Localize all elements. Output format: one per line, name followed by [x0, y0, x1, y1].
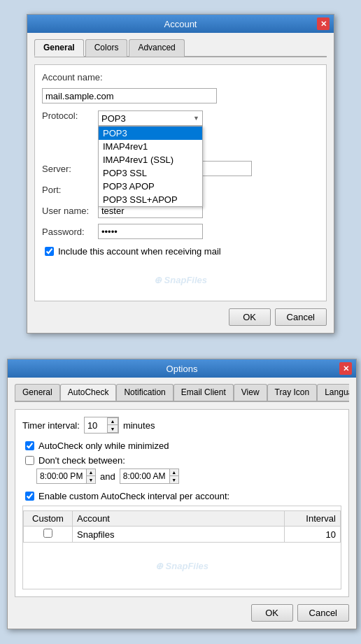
protocol-select[interactable]: POP3 ▼ [98, 110, 203, 126]
row-custom [24, 527, 73, 543]
dont-check-label: Don't check between: [38, 455, 125, 466]
between-row: ▲ ▼ and ▲ ▼ [36, 468, 341, 484]
options-tab-notification[interactable]: Notification [116, 384, 173, 401]
protocol-selected-value: POP3 [101, 113, 193, 124]
timer-label: Timer interval: [22, 420, 80, 431]
options-tab-language[interactable]: Language [317, 384, 349, 401]
password-group: Password: [42, 224, 319, 239]
tab-colors[interactable]: Colors [85, 39, 128, 57]
include-checkbox[interactable] [45, 247, 54, 256]
protocol-option-pop3-ssl[interactable]: POP3 SSL [99, 166, 202, 180]
account-button-row: OK Cancel [34, 308, 327, 326]
port-label: Port: [42, 185, 98, 195]
password-input[interactable] [98, 224, 203, 239]
time-from-spinner[interactable]: ▲ ▼ [86, 469, 95, 483]
custom-interval-table: Custom Account Interval Snapfiles [23, 510, 341, 543]
time-from-group: ▲ ▼ [36, 468, 96, 484]
protocol-option-imap4rev1[interactable]: IMAP4rev1 [99, 140, 202, 153]
options-cancel-button[interactable]: Cancel [297, 604, 349, 622]
protocol-row: Protocol: POP3 ▼ POP3 IMAP4rev1 IMAP4rev… [42, 110, 319, 126]
options-dialog: Options ✕ General AutoCheck Notification… [7, 359, 357, 629]
options-tab-view[interactable]: View [234, 384, 267, 401]
timer-unit: minutes [123, 420, 155, 431]
enable-custom-group: Enable custom AutoCheck interval per acc… [25, 491, 341, 501]
account-name-input-row [42, 88, 319, 103]
tab-general[interactable]: General [34, 39, 84, 57]
account-dialog: Account ✕ General Colors Advanced Accoun… [27, 14, 334, 334]
enable-custom-checkbox[interactable] [25, 492, 34, 501]
account-ok-button[interactable]: OK [229, 308, 271, 326]
time-to-input[interactable] [120, 469, 169, 483]
time-from-up[interactable]: ▲ [87, 469, 95, 476]
timer-row: Timer interval: ▲ ▼ minutes [22, 417, 341, 434]
dont-check-group: Don't check between: [25, 455, 341, 466]
time-to-up[interactable]: ▲ [170, 469, 178, 476]
protocol-dropdown-list: POP3 IMAP4rev1 IMAP4rev1 (SSL) POP3 SSL … [98, 126, 203, 207]
row-custom-checkbox[interactable] [43, 529, 52, 538]
account-cancel-button[interactable]: Cancel [275, 308, 327, 326]
include-checkbox-group: Include this account when receiving mail [45, 246, 319, 257]
time-to-spinner[interactable]: ▲ ▼ [169, 469, 178, 483]
row-account: Snapfiles [73, 527, 285, 543]
row-interval: 10 [285, 527, 341, 543]
protocol-dropdown-arrow: ▼ [193, 115, 199, 122]
options-tab-tray-icon[interactable]: Tray Icon [267, 384, 318, 401]
table-body: Snapfiles 10 [24, 527, 341, 543]
timer-up-arrow[interactable]: ▲ [108, 418, 118, 425]
header-custom: Custom [24, 511, 73, 527]
options-tab-autocheck[interactable]: AutoCheck [60, 384, 117, 401]
options-button-row: OK Cancel [15, 604, 349, 622]
options-watermark: ⊕ SnapFiles [23, 557, 341, 573]
account-title-bar: Account ✕ [27, 15, 334, 33]
protocol-option-pop3-apop[interactable]: POP3 APOP [99, 180, 202, 193]
autocheck-only-group: AutoCheck only while minimized [25, 441, 341, 451]
options-close-button[interactable]: ✕ [339, 362, 352, 375]
account-name-label: Account name: [42, 72, 103, 83]
header-account: Account [73, 511, 285, 527]
options-inner-panel: Timer interval: ▲ ▼ minutes AutoCheck on… [15, 409, 349, 597]
options-tab-email-client[interactable]: Email Client [174, 384, 234, 401]
protocol-option-imap4rev1-ssl[interactable]: IMAP4rev1 (SSL) [99, 153, 202, 166]
tab-advanced[interactable]: Advanced [129, 39, 184, 57]
header-interval: Interval [285, 511, 341, 527]
options-dialog-title: Options [24, 364, 339, 374]
timer-spinner[interactable]: ▲ ▼ [107, 417, 118, 433]
time-from-down[interactable]: ▼ [87, 476, 95, 483]
protocol-dropdown-container: POP3 ▼ POP3 IMAP4rev1 IMAP4rev1 (SSL) PO… [98, 110, 203, 126]
options-ok-button[interactable]: OK [251, 604, 293, 622]
timer-down-arrow[interactable]: ▼ [108, 425, 118, 432]
account-tabs: General Colors Advanced [34, 38, 327, 57]
time-to-group: ▲ ▼ [120, 468, 179, 484]
dont-check-checkbox[interactable] [25, 456, 34, 465]
options-tabs: General AutoCheck Notification Email Cli… [15, 383, 349, 402]
table-row: Snapfiles 10 [24, 527, 341, 543]
username-label: User name: [42, 206, 98, 216]
autocheck-only-checkbox[interactable] [25, 441, 34, 450]
account-name-input[interactable] [42, 88, 217, 103]
time-and-label: and [100, 471, 115, 482]
custom-interval-table-container: Custom Account Interval Snapfiles [22, 506, 341, 589]
time-to-down[interactable]: ▼ [170, 476, 178, 483]
server-label: Server: [42, 164, 98, 174]
table-header-row: Custom Account Interval [24, 511, 341, 527]
timer-input[interactable] [85, 418, 107, 432]
account-name-group: Account name: [42, 72, 319, 83]
account-close-button[interactable]: ✕ [317, 17, 330, 30]
include-label: Include this account when receiving mail [58, 246, 221, 257]
options-dialog-content: General AutoCheck Notification Email Cli… [8, 378, 356, 629]
options-title-bar: Options ✕ [8, 359, 356, 378]
time-from-input[interactable] [37, 469, 86, 483]
options-tab-general[interactable]: General [15, 384, 60, 401]
protocol-option-pop3-ssl-apop[interactable]: POP3 SSL+APOP [99, 193, 202, 206]
account-dialog-title: Account [44, 19, 317, 29]
password-label: Password: [42, 227, 98, 237]
protocol-option-pop3[interactable]: POP3 [99, 127, 202, 140]
account-inner-panel: Account name: Protocol: POP3 ▼ POP3 [34, 64, 327, 301]
enable-custom-label: Enable custom AutoCheck interval per acc… [38, 491, 229, 501]
protocol-label: Protocol: [42, 110, 98, 121]
account-watermark: ⊕ SnapFiles [42, 271, 319, 287]
table-header: Custom Account Interval [24, 511, 341, 527]
account-dialog-content: General Colors Advanced Account name: Pr… [27, 33, 334, 333]
autocheck-only-label: AutoCheck only while minimized [38, 441, 169, 451]
timer-input-group: ▲ ▼ [84, 417, 119, 434]
